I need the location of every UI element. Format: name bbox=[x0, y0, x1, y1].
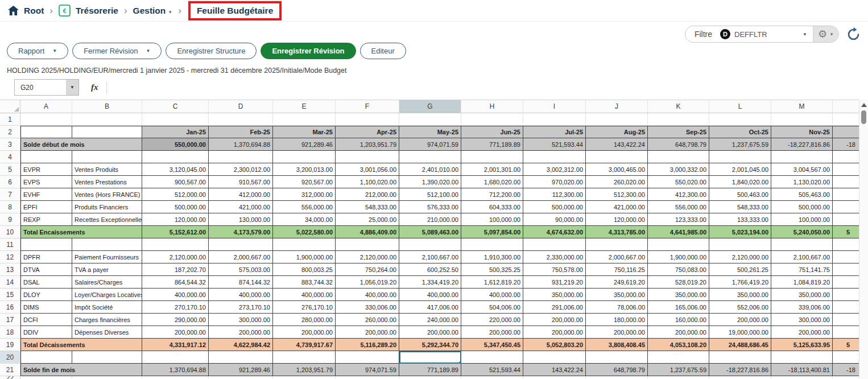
cell-C17[interactable]: 290,000.00 bbox=[142, 314, 209, 326]
chevron-down-icon[interactable]: ▼ bbox=[66, 80, 78, 95]
cell-I3[interactable]: 521,593.44 bbox=[523, 138, 586, 151]
cell-J13[interactable]: 750,116.25 bbox=[586, 263, 648, 276]
cell-A8[interactable]: EPFI bbox=[20, 201, 72, 213]
cell-H22[interactable] bbox=[461, 376, 523, 379]
row-header-1[interactable]: 1 bbox=[0, 113, 20, 126]
enregistrer-revision-button[interactable]: Enregistrer Révision bbox=[261, 43, 356, 59]
cell-B2[interactable] bbox=[72, 126, 142, 138]
cell-L14[interactable]: 1,766,419.20 bbox=[709, 276, 771, 289]
row-header-12[interactable]: 12 bbox=[0, 251, 20, 263]
cell-A2[interactable] bbox=[20, 126, 72, 138]
row-header-4[interactable]: 4 bbox=[0, 151, 20, 163]
cell-K18[interactable]: 200,000.00 bbox=[648, 326, 709, 339]
enregistrer-structure-button[interactable]: Enregistrer Structure bbox=[166, 43, 257, 59]
cell-M19[interactable]: 5,125,633.95 bbox=[771, 339, 833, 351]
cell-G18[interactable]: 200,000.00 bbox=[399, 326, 461, 339]
cell-K10[interactable]: 4,641,985.00 bbox=[648, 226, 709, 238]
cell-K7[interactable]: 412,300.00 bbox=[648, 188, 709, 201]
cell-J15[interactable]: 350,000.00 bbox=[586, 289, 648, 301]
cell-N18[interactable] bbox=[833, 326, 859, 339]
cell-D10[interactable]: 4,173,579.00 bbox=[209, 226, 273, 238]
cell-F7[interactable]: 212,000.00 bbox=[336, 188, 399, 201]
cell-C1[interactable] bbox=[142, 113, 209, 126]
cell-A16[interactable]: DIMS bbox=[20, 301, 72, 314]
cell-H2[interactable]: Jun-25 bbox=[461, 126, 523, 138]
row-header-15[interactable]: 15 bbox=[0, 289, 20, 301]
cell-N12[interactable] bbox=[833, 251, 859, 263]
select-all-corner[interactable] bbox=[0, 100, 20, 113]
cell-B6[interactable]: Ventes Prestations bbox=[72, 176, 142, 188]
cell-A18[interactable]: DDIV bbox=[20, 326, 72, 339]
cell-K8[interactable]: 556,000.00 bbox=[648, 201, 709, 213]
cell-K11[interactable] bbox=[648, 238, 709, 251]
cell-G5[interactable]: 2,401,010.00 bbox=[399, 163, 461, 176]
cell-F6[interactable]: 1,100,020.00 bbox=[336, 176, 399, 188]
cell-D5[interactable]: 2,300,012.00 bbox=[209, 163, 273, 176]
row-label-3[interactable]: Solde début de mois bbox=[20, 138, 142, 151]
cell-G7[interactable]: 512,100.00 bbox=[399, 188, 461, 201]
cell-K21[interactable]: 1,237,675.59 bbox=[648, 364, 709, 376]
rapport-button[interactable]: Rapport▼ bbox=[7, 43, 68, 59]
cell-N17[interactable] bbox=[833, 314, 859, 326]
row-header-14[interactable]: 14 bbox=[0, 276, 20, 289]
breadcrumb-current-page[interactable]: Feuille Budgétaire bbox=[197, 6, 273, 15]
cell-B16[interactable]: Impôt Société bbox=[72, 301, 142, 314]
cell-B15[interactable]: Loyer/Charges Locatives bbox=[72, 289, 142, 301]
fermer-revision-button[interactable]: Fermer Révision▼ bbox=[72, 43, 162, 59]
cell-N2[interactable] bbox=[833, 126, 859, 138]
cell-F14[interactable]: 1,056,019.20 bbox=[336, 276, 399, 289]
row-header-7[interactable]: 7 bbox=[0, 188, 20, 201]
cell-D2[interactable]: Feb-25 bbox=[209, 126, 273, 138]
cell-J2[interactable]: Aug-25 bbox=[586, 126, 648, 138]
cell-I5[interactable]: 3,002,312.00 bbox=[523, 163, 586, 176]
cell-D17[interactable]: 300,000.00 bbox=[209, 314, 273, 326]
row-header-8[interactable]: 8 bbox=[0, 201, 20, 213]
cell-H9[interactable]: 100,000.00 bbox=[461, 213, 523, 226]
cell-A15[interactable]: DLOY bbox=[20, 289, 72, 301]
cell-L20[interactable] bbox=[709, 351, 771, 364]
cell-M9[interactable]: 100,000.00 bbox=[771, 213, 833, 226]
cell-K1[interactable] bbox=[648, 113, 709, 126]
cell-G10[interactable]: 5,089,463.00 bbox=[399, 226, 461, 238]
cell-M15[interactable]: 350,000.00 bbox=[771, 289, 833, 301]
cell-N20[interactable] bbox=[833, 351, 859, 364]
cell-B7[interactable]: Ventes (Hors FRANCE) bbox=[72, 188, 142, 201]
cell-C7[interactable]: 512,000.00 bbox=[142, 188, 209, 201]
cell-N5[interactable] bbox=[833, 163, 859, 176]
cell-A22[interactable] bbox=[20, 376, 72, 379]
cell-B11[interactable] bbox=[72, 238, 142, 251]
cell-L5[interactable]: 2,001,045.00 bbox=[709, 163, 771, 176]
cell-F1[interactable] bbox=[336, 113, 399, 126]
cell-H18[interactable]: 200,000.00 bbox=[461, 326, 523, 339]
cell-H16[interactable]: 504,006.00 bbox=[461, 301, 523, 314]
cell-F16[interactable]: 330,006.00 bbox=[336, 301, 399, 314]
cell-M14[interactable]: 1,084,819.20 bbox=[771, 276, 833, 289]
cell-H12[interactable]: 1,910,300.00 bbox=[461, 251, 523, 263]
cell-B1[interactable] bbox=[72, 113, 142, 126]
cell-J1[interactable] bbox=[586, 113, 648, 126]
cell-F2[interactable]: Apr-25 bbox=[336, 126, 399, 138]
cell-N13[interactable] bbox=[833, 263, 859, 276]
cell-L17[interactable]: 200,000.00 bbox=[709, 314, 771, 326]
cell-G9[interactable]: 210,000.00 bbox=[399, 213, 461, 226]
vertical-scrollbar[interactable] bbox=[859, 100, 868, 379]
cell-D12[interactable]: 2,000,667.00 bbox=[209, 251, 273, 263]
cell-H17[interactable]: 220,000.00 bbox=[461, 314, 523, 326]
cell-J22[interactable] bbox=[586, 376, 648, 379]
cell-I8[interactable]: 500,000.00 bbox=[523, 201, 586, 213]
row-header-21[interactable]: 21 bbox=[0, 364, 20, 376]
cell-E2[interactable]: Mar-25 bbox=[273, 126, 336, 138]
cell-M20[interactable] bbox=[771, 351, 833, 364]
col-header-D[interactable]: D bbox=[209, 100, 273, 113]
cell-B22[interactable] bbox=[72, 376, 142, 379]
cell-C11[interactable] bbox=[142, 238, 209, 251]
cell-C3[interactable]: 550,000.00 bbox=[142, 138, 209, 151]
cell-D8[interactable]: 421,000.00 bbox=[209, 201, 273, 213]
cell-D9[interactable]: 130,000.00 bbox=[209, 213, 273, 226]
cell-G14[interactable]: 1,334,419.20 bbox=[399, 276, 461, 289]
cell-L21[interactable]: -18,227,816.86 bbox=[709, 364, 771, 376]
filter-settings-button[interactable]: ⚙ ▼ bbox=[813, 26, 838, 43]
cell-N15[interactable] bbox=[833, 289, 859, 301]
cell-J20[interactable] bbox=[586, 351, 648, 364]
row-header-5[interactable]: 5 bbox=[0, 163, 20, 176]
